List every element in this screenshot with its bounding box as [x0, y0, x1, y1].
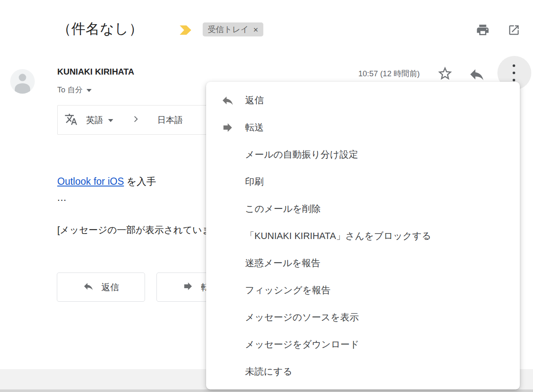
menu-item-report-spam[interactable]: 迷惑メールを報告 [206, 250, 520, 277]
menu-item-label: フィッシングを報告 [245, 284, 331, 297]
chevron-right-icon [131, 114, 140, 125]
chevron-down-icon [87, 89, 92, 92]
menu-item-label: 未読にする [245, 365, 293, 378]
menu-item-label: 印刷 [245, 175, 264, 188]
forward-icon [220, 120, 235, 135]
bottom-edge-strip [0, 389, 533, 392]
recipient-label: To 自分 [57, 85, 83, 95]
reply-button[interactable]: 返信 [57, 272, 145, 302]
reply-icon [83, 281, 94, 294]
truncated-message-notice: [メッセージの一部が表示されています] [57, 224, 223, 236]
menu-item-label: 転送 [245, 121, 264, 134]
menu-item-forward[interactable]: 転送 [206, 114, 520, 141]
body-ellipsis: ... [57, 192, 67, 203]
open-in-new-window-button[interactable] [508, 24, 520, 36]
recipient-dropdown[interactable]: To 自分 [57, 85, 92, 95]
target-language-label: 日本語 [157, 114, 183, 126]
translate-icon [64, 113, 78, 128]
remove-label-icon[interactable]: × [253, 25, 258, 34]
menu-item-label: 返信 [245, 94, 264, 107]
menu-item-mark-unread[interactable]: 未読にする [206, 358, 520, 385]
menu-item-label: 迷惑メールを報告 [245, 257, 321, 270]
reply-button-label: 返信 [101, 281, 119, 293]
menu-item-print[interactable]: 印刷 [206, 168, 520, 195]
outlook-link[interactable]: Outlook for iOS [57, 176, 124, 187]
menu-item-label: 「KUNIAKI KIRIHATA」さんをブロックする [245, 230, 431, 242]
menu-item-filter-messages[interactable]: メールの自動振り分け設定 [206, 141, 520, 168]
menu-item-reply[interactable]: 返信 [206, 87, 520, 114]
link-suffix-text: を入手 [124, 176, 156, 187]
menu-item-label: メッセージをダウンロード [245, 338, 359, 351]
chevron-down-icon [108, 119, 113, 122]
print-button[interactable] [476, 23, 490, 37]
menu-item-label: メールの自動振り分け設定 [245, 148, 358, 161]
inbox-label-chip[interactable]: 受信トレイ × [203, 22, 263, 36]
message-options-menu: 返信 転送 メールの自動振り分け設定 印刷 このメールを削除 「KUNIAKI … [206, 82, 520, 389]
reply-icon [220, 93, 235, 108]
source-language-dropdown[interactable]: 英語 [86, 114, 113, 126]
open-in-new-icon [508, 24, 520, 36]
menu-item-show-original[interactable]: メッセージのソースを表示 [206, 304, 520, 331]
menu-item-label: メッセージのソースを表示 [245, 311, 359, 324]
message-timestamp: 10:57 (12 時間前) [358, 68, 420, 79]
gmail-message-view: （件名なし） 受信トレイ × KUNIAKI KIRIHATA To 自分 10… [0, 0, 533, 392]
menu-item-report-phishing[interactable]: フィッシングを報告 [206, 277, 520, 304]
avatar[interactable] [10, 69, 35, 94]
body-line-outlook: Outlook for iOS を入手 [57, 175, 156, 188]
page-title: （件名なし） [57, 19, 143, 39]
importance-marker-icon[interactable] [180, 25, 191, 35]
menu-item-download-message[interactable]: メッセージをダウンロード [206, 331, 520, 358]
person-icon [10, 88, 35, 94]
inbox-label-text: 受信トレイ [208, 24, 248, 35]
menu-item-label: このメールを削除 [245, 203, 321, 215]
menu-item-block-sender[interactable]: 「KUNIAKI KIRIHATA」さんをブロックする [206, 222, 520, 250]
source-language-label: 英語 [86, 114, 103, 126]
menu-item-delete[interactable]: このメールを削除 [206, 195, 520, 222]
sender-name: KUNIAKI KIRIHATA [57, 67, 134, 77]
print-icon [476, 23, 490, 37]
star-button[interactable] [437, 65, 453, 83]
forward-icon [182, 281, 194, 294]
